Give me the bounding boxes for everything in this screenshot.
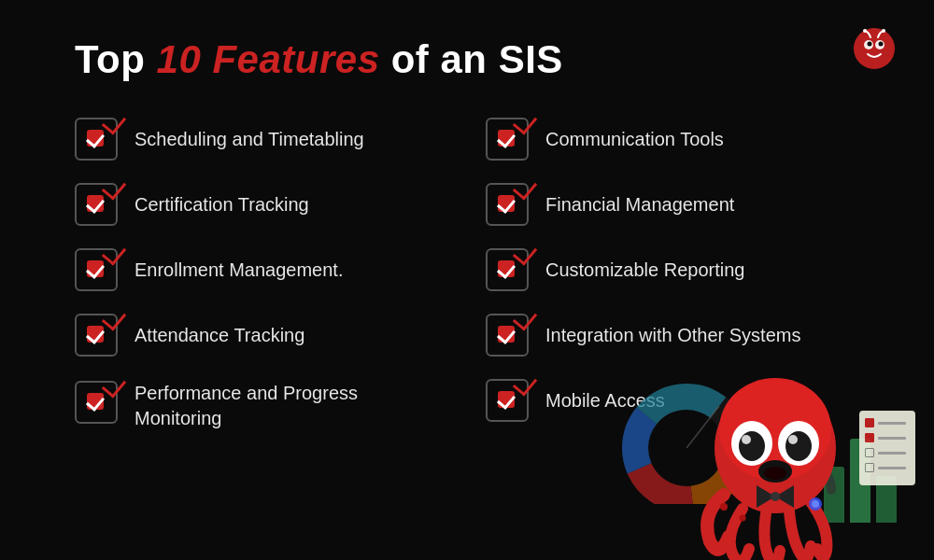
- svg-point-3: [868, 42, 872, 47]
- paper-text-deco: [878, 452, 906, 455]
- feature-label-communication: Communication Tools: [545, 127, 724, 152]
- page-title: Top 10 Features of an SIS: [75, 37, 859, 82]
- list-item: Financial Management: [486, 175, 878, 233]
- features-left-column: Scheduling and Timetabling Certification…: [75, 110, 467, 439]
- checkbox-enrollment: [75, 248, 118, 291]
- feature-label-certification: Certification Tracking: [134, 192, 309, 217]
- list-item: Communication Tools: [486, 110, 878, 168]
- checkmark-icon: [494, 387, 520, 413]
- checkbox-scheduling: [75, 118, 118, 161]
- checkmark-icon: [494, 126, 520, 152]
- svg-point-6: [882, 29, 885, 33]
- feature-label-attendance: Attendance Tracking: [134, 323, 304, 348]
- list-item: Customizable Reporting: [486, 241, 878, 299]
- svg-point-21: [785, 431, 812, 461]
- svg-point-0: [854, 28, 895, 69]
- feature-label-reporting: Customizable Reporting: [545, 258, 744, 283]
- svg-point-30: [812, 500, 819, 508]
- feature-label-integration: Integration with Other Systems: [545, 323, 800, 348]
- list-item: Scheduling and Timetabling: [75, 110, 467, 168]
- checkbox-financial: [486, 183, 529, 226]
- list-item: Attendance Tracking: [75, 306, 467, 364]
- feature-label-enrollment: Enrollment Management.: [134, 258, 343, 283]
- svg-point-26: [771, 492, 780, 501]
- svg-point-28: [740, 515, 746, 522]
- checkmark-icon: [83, 191, 109, 217]
- title-before: Top: [75, 37, 157, 81]
- octopus-character: [672, 355, 878, 560]
- svg-point-25: [764, 467, 786, 480]
- header: Top 10 Features of an SIS: [0, 0, 934, 101]
- paper-text-deco: [878, 422, 906, 425]
- paper-text-deco: [878, 437, 906, 440]
- checkmark-icon: [83, 389, 109, 415]
- feature-label-scheduling: Scheduling and Timetabling: [134, 127, 364, 152]
- svg-point-5: [863, 29, 867, 33]
- checkbox-communication: [486, 118, 529, 161]
- checkmark-icon: [494, 257, 520, 283]
- svg-point-4: [879, 42, 884, 47]
- svg-point-20: [739, 431, 765, 461]
- svg-point-22: [742, 435, 751, 444]
- checkmark-icon: [83, 126, 109, 152]
- checkbox-reporting: [486, 248, 529, 291]
- checkbox-attendance: [75, 314, 118, 357]
- checkbox-integration: [486, 314, 529, 357]
- checkmark-icon: [83, 257, 109, 283]
- title-after: of an SIS: [380, 37, 563, 81]
- logo: [852, 26, 897, 71]
- list-item: Certification Tracking: [75, 175, 467, 233]
- checkbox-certification: [75, 183, 118, 226]
- paper-text-deco: [878, 467, 906, 469]
- checkmark-icon: [494, 191, 520, 217]
- feature-label-performance: Performance and ProgressMonitoring: [134, 381, 358, 431]
- checkmark-icon: [494, 322, 520, 348]
- feature-label-financial: Financial Management: [545, 192, 734, 217]
- title-highlight: 10 Features: [157, 37, 380, 81]
- checkbox-performance: [75, 381, 118, 424]
- checkmark-icon: [83, 322, 109, 348]
- svg-point-27: [720, 503, 728, 511]
- checkbox-mobile: [486, 379, 529, 422]
- list-item: Enrollment Management.: [75, 241, 467, 299]
- list-item: Performance and ProgressMonitoring: [75, 371, 467, 439]
- svg-point-23: [788, 435, 798, 444]
